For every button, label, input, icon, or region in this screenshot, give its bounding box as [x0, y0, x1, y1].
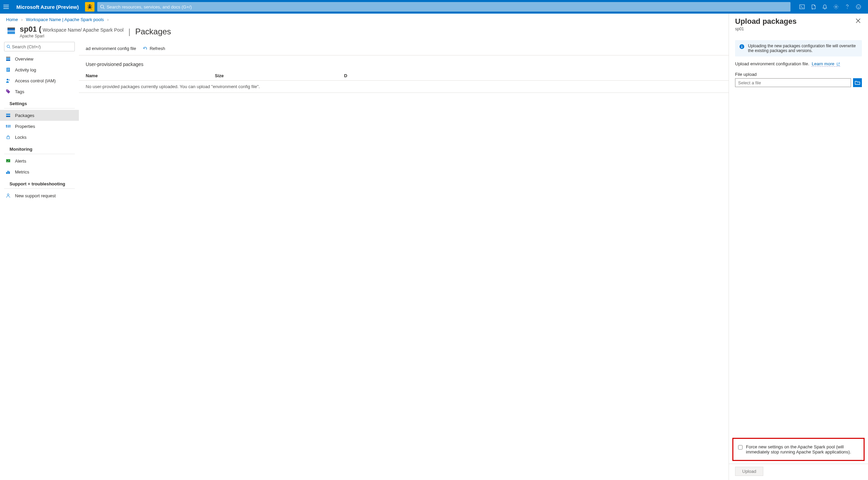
sidebar-item-activity-log[interactable]: Activity log [0, 64, 79, 75]
menu-icon[interactable] [3, 5, 12, 9]
file-upload-input[interactable] [735, 78, 851, 87]
svg-point-22 [8, 127, 9, 128]
properties-icon [5, 123, 12, 129]
resource-type: Apache Sparl [20, 34, 123, 38]
sidebar-item-tags[interactable]: Tags [0, 86, 79, 97]
resource-sidebar: Search (Ctrl+/) Overview Activity log Ac… [0, 42, 79, 480]
spark-pool-icon [6, 26, 16, 36]
main-content: ad environment config file Refresh User-… [79, 42, 729, 480]
global-search[interactable] [97, 2, 790, 12]
panel-description: Upload environment configuration file. [735, 61, 809, 66]
sidebar-item-packages[interactable]: Packages [0, 110, 79, 121]
svg-rect-13 [6, 60, 10, 61]
toolbar-refresh[interactable]: Refresh [143, 46, 165, 51]
upload-packages-panel: Upload packages sp01 Uploading the new p… [729, 14, 868, 480]
svg-point-7 [859, 6, 860, 7]
svg-rect-2 [800, 5, 804, 9]
breadcrumb-home[interactable]: Home [6, 17, 18, 22]
svg-rect-12 [6, 58, 10, 59]
svg-rect-9 [7, 31, 15, 34]
svg-point-0 [88, 6, 91, 9]
global-search-input[interactable] [107, 4, 788, 10]
sidebar-section-support: Support + troubleshooting [4, 177, 75, 189]
svg-point-18 [7, 90, 7, 91]
upload-button[interactable]: Upload [735, 467, 763, 476]
packages-section-title: User-provisioned packages [79, 55, 729, 71]
svg-point-23 [10, 126, 11, 127]
col-size: Size [215, 73, 344, 78]
feedback-icon[interactable] [856, 4, 861, 10]
svg-rect-14 [6, 57, 10, 57]
iam-icon [5, 78, 12, 83]
browse-file-button[interactable] [853, 78, 862, 87]
svg-rect-24 [7, 137, 10, 139]
top-header: Microsoft Azure (Preview) [0, 0, 868, 14]
help-icon[interactable] [845, 4, 850, 10]
breadcrumb-workspace[interactable]: Workspace Name | Apache Spark pools [26, 17, 104, 22]
lock-icon [5, 134, 12, 140]
sidebar-item-metrics[interactable]: Metrics [0, 166, 79, 177]
resource-header: sp01 ( Workspace Name/ Apache Spark Pool… [0, 23, 729, 42]
sidebar-item-locks[interactable]: Locks [0, 132, 79, 143]
svg-rect-19 [6, 114, 10, 115]
svg-rect-20 [6, 116, 10, 117]
svg-rect-28 [9, 171, 10, 174]
activity-log-icon [5, 67, 12, 72]
svg-rect-8 [7, 29, 15, 31]
product-title[interactable]: Microsoft Azure (Preview) [12, 4, 85, 10]
svg-rect-31 [742, 46, 742, 48]
learn-more-link[interactable]: Learn more [812, 61, 840, 67]
sidebar-item-overview[interactable]: Overview [0, 53, 79, 64]
cloud-shell-icon[interactable] [799, 4, 805, 9]
info-icon [739, 44, 745, 53]
bug-icon[interactable] [85, 2, 95, 12]
force-settings-highlight: Force new settings on the Apache Spark p… [732, 438, 865, 461]
svg-point-1 [100, 5, 103, 8]
svg-rect-10 [7, 28, 15, 29]
svg-rect-26 [6, 172, 7, 174]
svg-point-17 [8, 79, 10, 81]
packages-empty-message: No user-provided packages currently uplo… [79, 81, 729, 93]
svg-point-5 [856, 5, 861, 9]
toolbar-upload-config[interactable]: ad environment config file [86, 46, 136, 51]
panel-subtitle: sp01 [735, 27, 854, 31]
external-link-icon [836, 62, 840, 66]
panel-title: Upload packages [735, 17, 854, 26]
sidebar-item-iam[interactable]: Access control (IAM) [0, 75, 79, 86]
svg-point-21 [6, 125, 7, 126]
close-icon[interactable] [854, 17, 862, 24]
resource-context: Workspace Name/ Apache Spark Pool [43, 27, 124, 33]
directory-icon[interactable] [811, 4, 816, 10]
settings-icon[interactable] [833, 4, 839, 10]
breadcrumb: Home › Workspace Name | Apache Spark poo… [0, 14, 729, 23]
sidebar-item-properties[interactable]: Properties [0, 121, 79, 132]
svg-point-3 [835, 6, 837, 7]
col-date: D [344, 73, 722, 78]
force-settings-checkbox[interactable] [738, 445, 743, 450]
support-icon [5, 193, 12, 198]
notifications-icon[interactable] [822, 4, 827, 10]
overview-icon [5, 56, 12, 62]
sidebar-search[interactable]: Search (Ctrl+/) [4, 42, 75, 51]
file-upload-label: File upload [735, 72, 862, 77]
svg-rect-27 [7, 171, 8, 174]
sidebar-section-settings: Settings [4, 97, 75, 109]
col-name: Name [86, 73, 215, 78]
alerts-icon [5, 158, 12, 164]
packages-icon [5, 113, 12, 118]
force-settings-label: Force new settings on the Apache Spark p… [746, 444, 859, 454]
svg-point-4 [847, 8, 848, 9]
svg-point-11 [7, 45, 10, 48]
metrics-icon [5, 169, 12, 175]
packages-table-header: Name Size D [79, 71, 729, 81]
search-icon [6, 45, 11, 49]
toolbar: ad environment config file Refresh [79, 42, 729, 55]
sidebar-section-monitoring: Monitoring [4, 143, 75, 154]
sidebar-item-support-request[interactable]: New support request [0, 190, 79, 201]
resource-name: sp01 ( [20, 25, 41, 34]
svg-point-6 [857, 6, 858, 7]
sidebar-item-alerts[interactable]: Alerts [0, 155, 79, 166]
svg-point-29 [7, 194, 9, 196]
info-banner: Uploading the new packages configuration… [735, 40, 862, 56]
search-icon [100, 4, 105, 9]
